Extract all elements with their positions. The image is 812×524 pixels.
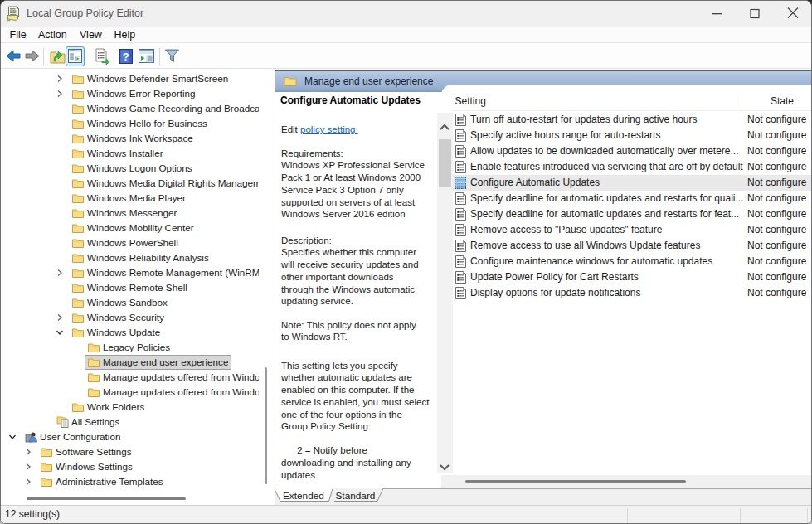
svg-text:?: ?: [123, 51, 129, 63]
